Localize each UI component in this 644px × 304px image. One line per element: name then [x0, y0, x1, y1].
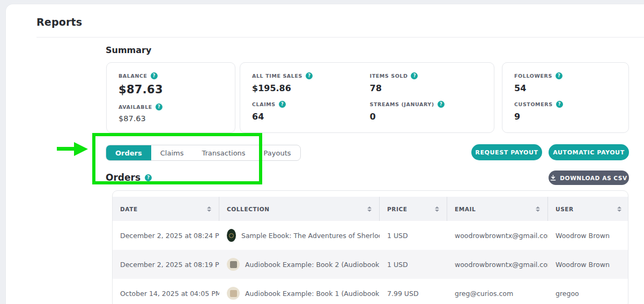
orders-table-header: DATE COLLECTION PRICE EMAIL USER	[113, 197, 628, 221]
stat-label: CUSTOMERS	[514, 101, 553, 107]
stat-value: $87.63	[119, 83, 223, 96]
page-title: Reports	[36, 16, 82, 28]
automatic-payout-button[interactable]: AUTOMATIC PAYOUT	[549, 144, 629, 160]
stat-available: AVAILABLE $87.63	[119, 103, 223, 123]
order-price: 7.99 USD	[380, 290, 447, 298]
stat-value: $195.86	[252, 83, 365, 93]
column-header-collection[interactable]: COLLECTION	[219, 197, 380, 221]
help-icon[interactable]	[556, 101, 563, 108]
order-collection: Audiobook Example: Book 2 (Audiobook)	[245, 261, 380, 269]
tab-transactions[interactable]: Transactions	[193, 145, 254, 160]
order-price: 1 USD	[380, 232, 447, 240]
sort-icon[interactable]	[207, 206, 211, 212]
stat-value: 78	[370, 83, 483, 93]
order-user: Woodrow Brown	[548, 232, 628, 240]
table-row[interactable]: October 14, 2025 at 04:05 PM Audiobook E…	[113, 279, 628, 304]
column-label: USER	[556, 206, 574, 212]
stat-claims: CLAIMS 64	[252, 101, 365, 122]
audiobook-cover-icon	[227, 258, 240, 271]
stat-value: 64	[252, 112, 365, 122]
order-date: December 2, 2025 at 08:24 PM	[113, 232, 219, 240]
help-icon[interactable]	[156, 103, 162, 110]
stat-value: 54	[514, 83, 617, 93]
stat-items-sold: ITEMS SOLD 78	[370, 72, 483, 93]
column-label: DATE	[120, 206, 138, 212]
help-icon[interactable]	[306, 72, 313, 79]
tab-payouts[interactable]: Payouts	[255, 145, 300, 160]
table-row[interactable]: December 2, 2025 at 08:24 PM Sample Eboo…	[113, 221, 628, 250]
order-date: October 14, 2025 at 04:05 PM	[113, 290, 219, 298]
orders-table: DATE COLLECTION PRICE EMAIL USER Decembe…	[112, 190, 628, 304]
stat-streams: STREAMS (JANUARY) 0	[370, 101, 483, 129]
summary-card-audience: FOLLOWERS 54 CUSTOMERS 9	[502, 62, 629, 133]
help-icon[interactable]	[279, 101, 286, 108]
stat-value: 9	[514, 112, 617, 122]
stat-followers: FOLLOWERS 54	[514, 72, 617, 93]
summary-heading: Summary	[106, 45, 151, 55]
column-header-date[interactable]: DATE	[113, 197, 219, 221]
help-icon[interactable]	[411, 72, 418, 79]
stat-label: ITEMS SOLD	[370, 73, 408, 79]
column-header-price[interactable]: PRICE	[380, 197, 447, 221]
order-email: woodrowbrowntx@gmail.com	[447, 232, 548, 240]
stat-value: 0	[370, 112, 483, 122]
sort-icon[interactable]	[617, 206, 621, 212]
help-icon[interactable]	[556, 72, 562, 79]
stat-all-time-sales: ALL TIME SALES $195.86	[252, 72, 365, 93]
stat-label: BALANCE	[119, 73, 147, 79]
orders-heading: Orders	[106, 172, 140, 183]
order-collection: Audiobook Example: Book 1 (Audiobook)	[245, 290, 380, 298]
stat-label: FOLLOWERS	[514, 73, 552, 79]
title-divider	[36, 37, 644, 38]
help-icon[interactable]	[145, 174, 152, 181]
help-icon[interactable]	[438, 101, 445, 108]
stat-value: $87.63	[119, 114, 223, 123]
summary-card-balance: BALANCE $87.63 AVAILABLE $87.63	[106, 62, 235, 133]
order-user: gregoo	[548, 290, 628, 298]
help-icon[interactable]	[151, 72, 158, 79]
stat-label: CLAIMS	[252, 101, 276, 107]
tab-orders[interactable]: Orders	[106, 145, 151, 160]
order-email: woodrowbrowntx@gmail.com	[447, 261, 548, 269]
order-collection: Sample Ebook: The Adventures of Sherlock…	[241, 232, 380, 240]
table-row[interactable]: December 2, 2025 at 08:19 PM Audiobook E…	[113, 250, 628, 279]
tab-claims[interactable]: Claims	[151, 145, 193, 160]
stat-label: ALL TIME SALES	[252, 73, 302, 79]
column-header-email[interactable]: EMAIL	[447, 197, 548, 221]
download-icon	[550, 175, 556, 181]
order-price: 1 USD	[380, 261, 447, 269]
summary-card-sales: ALL TIME SALES $195.86 ITEMS SOLD 78 CLA…	[240, 62, 494, 133]
order-user: Woodrow Brown	[548, 261, 628, 269]
column-label: EMAIL	[455, 206, 476, 212]
order-email: greg@curios.com	[447, 290, 548, 298]
column-label: COLLECTION	[227, 206, 270, 212]
stat-label: AVAILABLE	[119, 104, 152, 110]
stat-label: STREAMS (JANUARY)	[370, 101, 434, 107]
reports-tab-bar: Orders Claims Transactions Payouts	[106, 145, 301, 161]
sort-icon[interactable]	[435, 206, 439, 212]
stat-balance: BALANCE $87.63	[119, 72, 223, 96]
sort-icon[interactable]	[536, 206, 540, 212]
audiobook-cover-icon	[227, 287, 240, 300]
order-date: December 2, 2025 at 08:19 PM	[113, 261, 219, 269]
sort-icon[interactable]	[367, 206, 372, 212]
ebook-cover-icon	[227, 229, 236, 242]
reports-panel: Reports Summary BALANCE $87.63 AVAILABLE…	[5, 4, 644, 304]
request-payout-button[interactable]: REQUEST PAYOUT	[471, 144, 542, 160]
column-header-user[interactable]: USER	[548, 197, 628, 221]
download-csv-label: DOWNLOAD AS CSV	[560, 175, 627, 181]
download-csv-button[interactable]: DOWNLOAD AS CSV	[549, 170, 629, 185]
stat-customers: CUSTOMERS 9	[514, 101, 617, 122]
column-label: PRICE	[387, 206, 408, 212]
